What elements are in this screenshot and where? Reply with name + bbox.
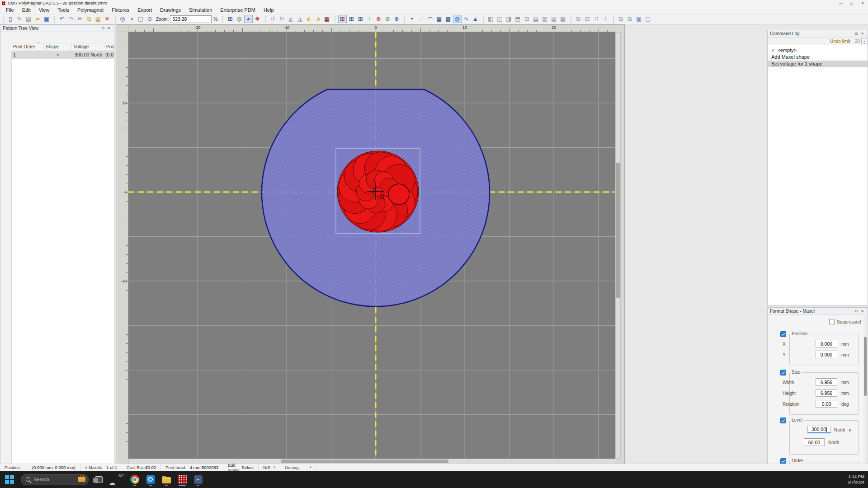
undo-icon[interactable]: ↶	[58, 15, 66, 23]
column-header-shape[interactable]: Shape	[44, 43, 72, 51]
float-panel-icon[interactable]: ⊡	[854, 32, 859, 36]
cmr-cad-taskbar-button[interactable]	[176, 472, 188, 487]
arc-tool-icon[interactable]: ◠	[426, 15, 434, 23]
sphere-off-icon[interactable]: ⊘	[383, 15, 392, 23]
close-button[interactable]: ✕	[857, 0, 868, 6]
dense-array-icon[interactable]: ▩	[444, 15, 453, 23]
toolbar-drag-handle[interactable]	[571, 16, 572, 23]
align-right-icon[interactable]: ◨	[505, 15, 513, 23]
menu-polymagnet[interactable]: Polymagnet	[73, 6, 108, 14]
height-input[interactable]: 6.956	[816, 389, 837, 397]
group-icon[interactable]: ⧉	[574, 15, 583, 23]
redo-icon[interactable]: ↷	[67, 15, 75, 23]
column-header-print-order[interactable]: Print Order	[11, 43, 44, 51]
log-entry-add-maxel[interactable]: Add Maxel shape	[768, 54, 868, 61]
close-panel-icon[interactable]: ✕	[106, 26, 112, 30]
distribute-v-icon[interactable]: ▤	[550, 15, 558, 23]
cut-icon[interactable]: ✂	[76, 15, 85, 23]
open-folder-icon[interactable]: ▰	[33, 15, 42, 23]
panel-scrollbar-thumb[interactable]	[864, 337, 867, 396]
suppressed-checkbox[interactable]	[829, 319, 835, 324]
pole-pair-icon[interactable]: ❖	[253, 15, 262, 23]
log-entry-empty[interactable]: ✔<empty>	[768, 47, 868, 54]
print-preview-icon[interactable]: ▤	[24, 15, 33, 23]
x-input[interactable]: 0.000	[816, 340, 837, 347]
close-panel-icon[interactable]: ✕	[859, 309, 865, 313]
weather-widget[interactable]: 82° ☁	[108, 472, 125, 487]
toolbar-drag-handle[interactable]	[54, 16, 56, 23]
menu-view[interactable]: View	[35, 6, 54, 14]
toolbar-drag-handle[interactable]	[222, 16, 224, 23]
grid-label-icon[interactable]: ⊞	[356, 15, 365, 23]
align-center-icon[interactable]: ◫	[495, 15, 504, 23]
menu-fixtures[interactable]: Fixtures	[108, 6, 133, 14]
sphere-alt-icon[interactable]: ⊕	[392, 15, 401, 23]
grid-plain-icon[interactable]: ⊞	[347, 15, 356, 23]
chrome-taskbar-button[interactable]	[129, 472, 141, 487]
maxel-grid-icon[interactable]: ⊞	[338, 15, 347, 23]
solid-region-icon[interactable]: ▦	[323, 15, 331, 23]
magnet-pattern-icon[interactable]: ◕	[244, 15, 253, 23]
toolbar-drag-handle[interactable]	[265, 16, 267, 23]
horizontal-scrollbar-thumb[interactable]	[281, 460, 448, 463]
save-icon[interactable]: ▣	[42, 15, 51, 23]
menu-edit[interactable]: Edit	[18, 6, 35, 14]
log-entry-set-voltage[interactable]: Set voltage for 1 shape	[768, 61, 868, 67]
size-checkbox[interactable]	[780, 370, 786, 375]
menu-file[interactable]: File	[2, 6, 18, 14]
width-input[interactable]: 6.956	[816, 378, 837, 386]
toolbar-drag-handle[interactable]	[335, 16, 336, 23]
rotation-input[interactable]: 0.00	[816, 400, 837, 408]
level-checkbox[interactable]	[780, 418, 786, 423]
undo-limit-value[interactable]: 20	[855, 39, 860, 44]
flip-down-icon[interactable]: ⬗	[314, 15, 322, 23]
ungroup-icon[interactable]: ⊡	[583, 15, 592, 23]
toolbar-drag-handle[interactable]	[3, 16, 5, 23]
pole-points-icon[interactable]: ∴	[365, 15, 374, 23]
array-tool-icon[interactable]: ▦	[435, 15, 443, 23]
mirror-vertical-icon[interactable]: ◭	[287, 15, 295, 23]
paste-icon[interactable]: ▤	[94, 15, 103, 23]
point-tool-icon[interactable]: •	[408, 15, 416, 23]
menu-simulation[interactable]: Simulation	[185, 6, 216, 14]
arrange-array-icon[interactable]: ∷	[592, 15, 601, 23]
tray-clock[interactable]: 1:14 PM 5/7/2024	[848, 474, 864, 485]
panel-scrollbar[interactable]	[863, 314, 867, 464]
maxel-dot-grid-icon[interactable]: ◍	[235, 15, 244, 23]
maxel-circle-icon[interactable]: ◍	[453, 15, 462, 23]
menu-drawings[interactable]: Drawings	[156, 6, 185, 14]
toolbar-drag-handle[interactable]	[404, 16, 406, 23]
snipping-tool-taskbar-button[interactable]: ✂	[192, 472, 204, 487]
duplicate-icon[interactable]: ⧉	[617, 15, 625, 23]
menu-enterprise-pdm[interactable]: Enterprise PDM	[216, 6, 259, 14]
flip-up-icon[interactable]: ⬖	[305, 15, 313, 23]
minimize-button[interactable]: —	[835, 0, 846, 6]
task-view-button[interactable]	[93, 472, 104, 487]
vertical-scrollbar-thumb[interactable]	[616, 163, 620, 298]
toolbar-drag-handle[interactable]	[115, 16, 117, 23]
float-panel-icon[interactable]: ⊡	[854, 309, 859, 313]
rotate-cw-90-icon[interactable]: ↻	[278, 15, 286, 23]
snap-grid-icon[interactable]: ⊞	[226, 15, 235, 23]
sketch-icon[interactable]: ✎	[15, 15, 24, 23]
undo-limit-spinner[interactable]: ▴ ▾	[861, 38, 867, 46]
level-primary-input[interactable]: 300.00	[807, 426, 831, 433]
menu-help[interactable]: Help	[259, 6, 278, 14]
file-explorer-taskbar-button[interactable]	[160, 472, 172, 487]
mirror-horizontal-icon[interactable]: ◮	[296, 15, 304, 23]
sphere-icon[interactable]: ⊕	[374, 15, 383, 23]
pole-view-icon[interactable]: ◑	[127, 15, 136, 23]
curve-tool-icon[interactable]: ∿	[462, 15, 471, 23]
delete-icon[interactable]: ✕	[103, 15, 112, 23]
rotate-ccw-90-icon[interactable]: ↺	[269, 15, 277, 23]
menu-export[interactable]: Export	[133, 6, 156, 14]
surface-tool-icon[interactable]: ▲	[471, 15, 480, 23]
position-checkbox[interactable]	[780, 331, 786, 337]
toolbar-drag-handle[interactable]	[483, 16, 485, 23]
start-button[interactable]	[5, 474, 14, 484]
spinner-down-icon[interactable]: ▾	[863, 42, 865, 45]
search-input[interactable]: Search	[21, 474, 89, 485]
close-panel-icon[interactable]: ✕	[859, 32, 865, 36]
pan-view-icon[interactable]: ◎	[118, 15, 127, 23]
zoom-input[interactable]: 323.28	[170, 15, 212, 23]
